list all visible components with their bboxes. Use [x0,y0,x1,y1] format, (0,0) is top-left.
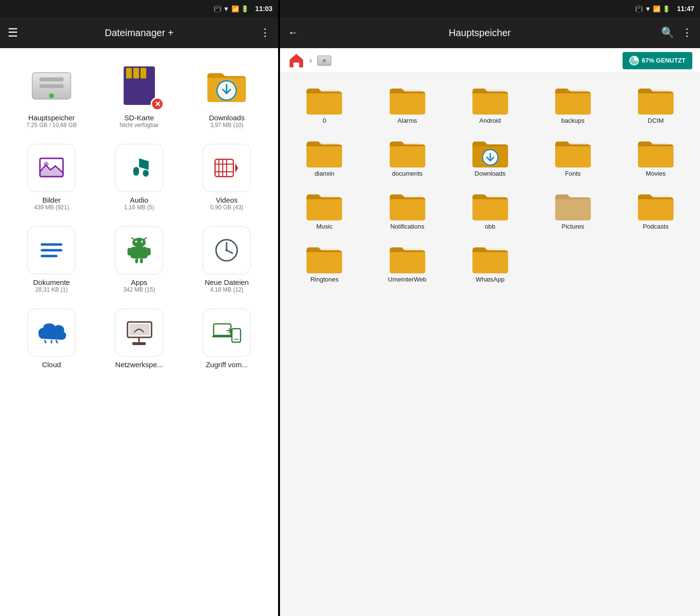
svg-rect-5 [126,68,132,78]
left-more-button[interactable]: ⋮ [260,26,270,39]
folder-item-android[interactable]: Android [450,79,531,130]
left-toolbar: ☰ Dateimanager + ⋮ [0,17,278,48]
zugriff-label: Zugriff vom... [206,360,248,369]
folder-item-movies[interactable]: Movies [615,132,696,183]
svg-point-25 [135,241,137,243]
folder-item-dcim[interactable]: DCIM [615,79,696,130]
svg-rect-43 [212,335,232,337]
folder-svg-umelnterweb [388,243,427,274]
item-downloads[interactable]: Downloads 3,97 MB (10) [188,56,265,134]
left-panel: 📳 ▼ 📶 🔋 11:03 ☰ Dateimanager + ⋮ [0,0,278,616]
svg-rect-7 [140,68,146,78]
apps-svg [125,236,153,265]
folder-item-download[interactable]: Downloads [450,132,531,183]
downloads-label: Downloads [209,114,244,122]
folder-svg-dianxin [305,137,344,168]
folder-item-pictures[interactable]: Pictures [533,185,613,236]
audio-svg [125,154,153,182]
home-icon[interactable] [288,52,305,69]
apps-label: Apps [131,278,147,286]
folder-item-documents[interactable]: documents [367,132,448,183]
svg-rect-13 [143,170,149,177]
folder-label-whatsapp: WhatsApp [476,276,505,284]
storage-badge: 67% GENUTZT [623,52,692,69]
storage-icon[interactable] [316,52,333,69]
svg-point-3 [49,93,54,98]
netzwerk-svg [124,318,155,347]
right-status-bar: 📳 ▼ 📶 🔋 11:47 [280,0,700,17]
folder-item-fonts[interactable]: Fonts [533,132,613,183]
folder-label-podcasts: Podcasts [643,223,668,231]
folder-item-obb[interactable]: obb [450,185,531,236]
videos-svg [212,154,241,182]
sd-karte-label: SD-Karte [124,114,154,122]
svg-rect-12 [133,167,139,176]
item-hauptspeicher[interactable]: Hauptspeicher 7,25 GB / 10,68 GB [13,56,90,134]
item-apps[interactable]: Apps 342 MB (15) [101,220,178,299]
folder-label-documents: documents [392,170,423,178]
svg-rect-2 [39,84,64,88]
folder-label-pictures: Pictures [561,223,584,231]
menu-button[interactable]: ☰ [8,26,18,39]
folder-svg-podcasts [636,190,675,221]
folder-label-alarms: Alarms [397,117,417,125]
item-audio[interactable]: Audio 1,16 MB (5) [101,138,178,217]
svg-point-26 [141,241,143,243]
grid-row-3: Dokumente 28,31 KB (1) [8,220,270,299]
folder-svg-obb [471,190,509,221]
zugriff-svg [210,318,243,347]
storage-badge-icon [629,56,639,65]
item-sd-karte[interactable]: ✕ SD-Karte Nicht verfügbar [101,56,178,134]
dokumente-svg [37,236,66,265]
svg-rect-1 [39,77,64,81]
cloud-svg [36,320,67,346]
folder-item-f0[interactable]: 0 [284,79,365,130]
item-dokumente[interactable]: Dokumente 28,31 KB (1) [13,220,90,299]
svg-rect-42 [214,324,231,335]
svg-marker-20 [235,163,238,173]
right-panel: 📳 ▼ 📶 🔋 11:47 ← Hauptspeicher 🔍 ⋮ › [280,0,700,616]
folder-item-backups[interactable]: backups [533,79,613,130]
search-button[interactable]: 🔍 [661,26,674,39]
svg-rect-14 [215,159,233,177]
svg-point-37 [226,249,228,252]
videos-label: Videos [216,196,238,204]
folder-svg-f0 [305,84,344,115]
left-grid: Hauptspeicher 7,25 GB / 10,68 GB ✕ SD-Ka… [0,48,278,616]
item-videos[interactable]: Videos 0,90 GB (43) [188,138,265,217]
grid-row-4: Cloud Netzwerkspe... [8,303,270,374]
item-zugriff-vom[interactable]: Zugriff vom... [188,303,265,374]
svg-rect-31 [147,248,151,256]
netzwerkspe-label: Netzwerkspe... [115,360,163,369]
folder-label-dianxin: dianxin [315,170,334,178]
folder-svg-download [471,137,509,168]
folder-label-f0: 0 [323,117,326,125]
folder-label-obb: obb [485,223,496,231]
folder-label-umelnterweb: UmeInterWeb [388,276,427,284]
right-more-button[interactable]: ⋮ [682,26,692,39]
folder-item-umelnterweb[interactable]: UmeInterWeb [367,238,448,289]
folder-item-dianxin[interactable]: dianxin [284,132,365,183]
item-cloud[interactable]: Cloud [13,303,90,374]
folder-item-whatsapp[interactable]: WhatsApp [450,238,531,289]
zugriff-icon-wrapper [203,308,251,357]
hauptspeicher-sub: 7,25 GB / 10,68 GB [26,122,77,128]
folder-label-ringtones: Ringtones [310,276,339,284]
svg-line-28 [144,238,146,240]
storage-percent: 67% GENUTZT [642,57,686,64]
svg-rect-33 [140,258,143,263]
folder-item-notifications[interactable]: Notifications [367,185,448,236]
bilder-icon-wrapper [27,144,76,192]
item-bilder[interactable]: Bilder 439 MB (921) [13,138,90,217]
item-neue-dateien[interactable]: Neue Dateien 4,18 MB (12) [188,220,265,299]
right-vibrate-icon: 📳 [635,5,643,13]
dl-folder-svg [205,66,248,105]
folder-item-ringtones[interactable]: Ringtones [284,238,365,289]
wifi-icon: ▼ [223,5,229,13]
item-netzwerkspe[interactable]: Netzwerkspe... [101,303,178,374]
folder-item-alarms[interactable]: Alarms [367,79,448,130]
folder-item-music[interactable]: Music [284,185,365,236]
folder-item-podcasts[interactable]: Podcasts [615,185,696,236]
apps-icon-wrapper [115,226,163,274]
back-button[interactable]: ← [288,26,298,39]
